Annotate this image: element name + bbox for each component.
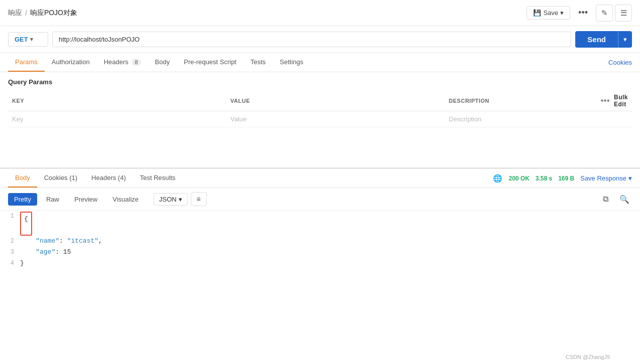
watermark: CSDN @ZhangJ9 — [566, 354, 610, 360]
tab-body-label: Body — [155, 58, 170, 66]
resp-tab-headers[interactable]: Headers (4) — [84, 169, 133, 188]
response-body-toolbar: Pretty Raw Preview Visualize JSON ▾ ≡ ⧉ … — [0, 188, 640, 211]
view-visualize-button[interactable]: Visualize — [106, 193, 145, 206]
resp-tab-cookies-label: Cookies (1) — [44, 174, 77, 181]
bulk-edit-button[interactable]: Bulk Edit — [614, 94, 628, 108]
save-dropdown-icon: ▾ — [560, 9, 564, 17]
tab-settings-label: Settings — [280, 58, 303, 66]
view-icon: ☰ — [620, 9, 627, 18]
edit-icon: ✎ — [601, 9, 608, 18]
view-raw-label: Raw — [46, 196, 59, 203]
method-chevron-icon: ▾ — [30, 36, 33, 43]
table-row: Key Value Description — [8, 111, 632, 127]
breadcrumb-separator: / — [25, 9, 27, 17]
view-raw-button[interactable]: Raw — [40, 193, 65, 206]
json-brace-close: } — [20, 259, 24, 267]
status-code: 200 OK — [508, 175, 529, 182]
json-value-age: 15 — [63, 248, 71, 256]
breadcrumb-parent: 响应 — [8, 9, 22, 18]
spacer — [0, 127, 640, 167]
top-actions: 💾 Save ▾ ••• ✎ ☰ — [527, 5, 632, 22]
globe-icon: 🌐 — [493, 174, 502, 183]
value-cell[interactable]: Value — [226, 111, 445, 127]
tab-body[interactable]: Body — [148, 53, 177, 72]
method-select[interactable]: GET ▾ — [8, 32, 48, 47]
view-preview-button[interactable]: Preview — [68, 193, 103, 206]
save-response-button[interactable]: Save Response ▾ — [580, 174, 632, 182]
save-button[interactable]: 💾 Save ▾ — [527, 6, 570, 20]
send-dropdown-button[interactable]: ▾ — [618, 31, 632, 48]
key-placeholder: Key — [12, 115, 23, 123]
json-key-name: "name" — [36, 237, 59, 245]
url-bar: GET ▾ Send ▾ — [0, 26, 640, 53]
json-key-age: "age" — [36, 248, 55, 256]
copy-icon: ⧉ — [603, 195, 608, 204]
code-line-2: 2 "name": "itcast", — [0, 236, 640, 247]
code-line-4: 4 } — [0, 258, 640, 269]
col-header-key: KEY — [8, 91, 226, 111]
tab-authorization-label: Authorization — [52, 58, 90, 66]
icon-buttons: ✎ ☰ — [596, 5, 632, 22]
tab-settings[interactable]: Settings — [273, 53, 310, 72]
wrap-icon: ≡ — [197, 195, 201, 203]
save-label: Save — [543, 9, 558, 17]
resp-tab-body[interactable]: Body — [8, 169, 37, 188]
breadcrumb: 响应 / 响应POJO对象 — [8, 9, 77, 18]
params-table: KEY VALUE DESCRIPTION ••• Bulk Edit — [8, 91, 632, 127]
actions-cell — [597, 111, 632, 127]
col-header-actions: ••• Bulk Edit — [597, 91, 632, 111]
description-cell[interactable]: Description — [445, 111, 597, 127]
line-num-2: 2 — [0, 236, 20, 247]
response-size: 169 B — [558, 175, 574, 182]
view-preview-label: Preview — [74, 196, 97, 203]
tab-headers[interactable]: Headers 8 — [97, 53, 148, 72]
tab-params[interactable]: Params — [8, 53, 45, 72]
key-cell[interactable]: Key — [8, 111, 226, 127]
copy-button[interactable]: ⧉ — [598, 192, 613, 206]
resp-tab-body-label: Body — [15, 174, 30, 181]
more-button[interactable]: ••• — [574, 6, 592, 20]
tab-tests[interactable]: Tests — [243, 53, 273, 72]
col-header-value: VALUE — [226, 91, 445, 111]
edit-icon-button[interactable]: ✎ — [596, 5, 613, 22]
json-value-name: "itcast" — [67, 237, 98, 245]
wrap-button[interactable]: ≡ — [191, 192, 207, 206]
resp-tab-test-results[interactable]: Test Results — [133, 169, 183, 188]
method-label: GET — [15, 36, 28, 43]
url-input[interactable] — [52, 32, 571, 47]
send-button[interactable]: Send — [575, 31, 618, 48]
view-visualize-label: Visualize — [112, 196, 139, 203]
code-line-3: 3 "age": 15 — [0, 247, 640, 258]
response-right-icons: ⧉ 🔍 — [598, 192, 632, 206]
value-placeholder: Value — [230, 115, 246, 123]
resp-tab-test-results-label: Test Results — [140, 174, 176, 181]
line-num-1: 1 — [0, 211, 20, 222]
tab-params-label: Params — [15, 58, 38, 66]
json-brace-open: { — [24, 215, 28, 223]
format-label: JSON — [159, 196, 177, 203]
top-bar: 响应 / 响应POJO对象 💾 Save ▾ ••• ✎ ☰ — [0, 0, 640, 26]
table-options-icon[interactable]: ••• — [601, 96, 610, 105]
breadcrumb-current: 响应POJO对象 — [30, 9, 77, 18]
section-title: Query Params — [8, 78, 632, 86]
response-section: Body Cookies (1) Headers (4) Test Result… — [0, 167, 640, 269]
format-select[interactable]: JSON ▾ — [154, 193, 188, 206]
col-header-description: DESCRIPTION — [445, 91, 597, 111]
tab-headers-badge: 8 — [132, 59, 141, 66]
save-icon: 💾 — [533, 9, 541, 17]
response-status: 🌐 200 OK 3.58 s 169 B Save Response ▾ — [493, 174, 632, 183]
cookies-link[interactable]: Cookies — [608, 54, 632, 71]
resp-tab-cookies[interactable]: Cookies (1) — [37, 169, 84, 188]
search-response-button[interactable]: 🔍 — [617, 192, 632, 206]
view-icon-button[interactable]: ☰ — [615, 5, 632, 22]
save-response-label: Save Response — [580, 174, 626, 182]
response-time: 3.58 s — [536, 175, 552, 182]
tab-pre-request[interactable]: Pre-request Script — [177, 53, 243, 72]
tab-pre-request-label: Pre-request Script — [184, 58, 236, 66]
code-area: 1 { 2 "name": "itcast", 3 "age": 15 4 } — [0, 211, 640, 269]
query-params-area: Query Params KEY VALUE DESCRIPTION ••• B… — [0, 72, 640, 127]
view-pretty-button[interactable]: Pretty — [8, 193, 37, 206]
view-pretty-label: Pretty — [14, 196, 31, 203]
response-tabs: Body Cookies (1) Headers (4) Test Result… — [0, 169, 640, 188]
tab-authorization[interactable]: Authorization — [45, 53, 97, 72]
